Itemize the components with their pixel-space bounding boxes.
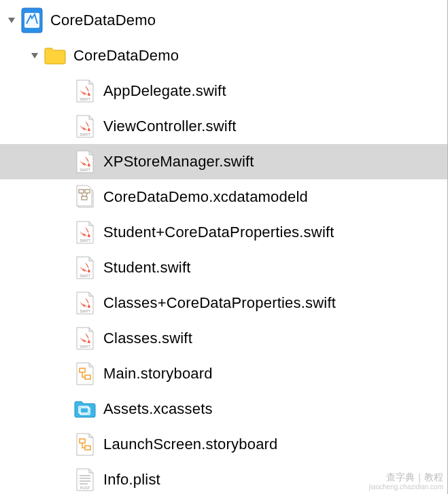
tree-row-file[interactable]: SWIFT Student+CoreDataProperties.swift [0,215,447,250]
svg-text:SWIFT: SWIFT [80,168,90,172]
xcode-project-icon [20,7,44,34]
svg-text:SWIFT: SWIFT [80,133,90,137]
tree-item-label: LaunchScreen.storyboard [103,436,278,453]
tree-item-label: XPStoreManager.swift [103,153,254,171]
tree-row-file[interactable]: PLIST Info.plist [0,462,447,494]
storyboard-file-icon [73,360,97,387]
tree-item-label: Assets.xcassets [103,400,213,418]
tree-row-file[interactable]: Assets.xcassets [0,391,447,427]
swift-file-icon: SWIFT [73,77,97,105]
disclosure-triangle-icon[interactable] [5,14,18,27]
tree-row-file[interactable]: SWIFT ViewController.swift [0,109,447,144]
tree-item-label: AppDelegate.swift [103,82,226,100]
tree-item-label: Info.plist [103,471,160,489]
tree-item-label: Classes.swift [103,330,192,347]
swift-file-icon: SWIFT [73,289,97,317]
svg-text:SWIFT: SWIFT [80,239,90,243]
swift-file-icon: SWIFT [73,219,97,246]
plist-file-icon: PLIST [73,466,97,493]
tree-item-label: ViewController.swift [103,118,237,135]
tree-row-folder[interactable]: CoreDataDemo [0,38,447,73]
storyboard-file-icon [73,431,97,458]
datamodel-file-icon [73,183,97,211]
svg-text:SWIFT: SWIFT [80,274,90,278]
tree-row-file[interactable]: SWIFT Classes+CoreDataProperties.swift [0,285,447,321]
project-navigator: CoreDataDemo CoreDataDemo SWIFT AppDeleg… [0,0,447,494]
svg-marker-0 [8,18,15,23]
svg-text:SWIFT: SWIFT [80,345,90,349]
swift-file-icon: SWIFT [73,148,97,175]
swift-file-icon: SWIFT [73,113,97,140]
svg-marker-3 [31,53,38,58]
tree-item-label: Classes+CoreDataProperties.swift [103,294,336,312]
swift-file-icon: SWIFT [73,325,97,352]
svg-text:SWIFT: SWIFT [80,97,90,101]
tree-row-file[interactable]: LaunchScreen.storyboard [0,427,447,462]
tree-item-label: CoreDataDemo [73,47,179,65]
folder-icon [44,42,67,69]
svg-rect-2 [24,13,39,28]
tree-row-project-root[interactable]: CoreDataDemo [0,3,447,38]
disclosure-triangle-icon[interactable] [29,50,41,62]
svg-text:SWIFT: SWIFT [80,309,90,313]
tree-row-file[interactable]: Main.storyboard [0,356,447,391]
tree-item-label: Main.storyboard [103,365,213,383]
tree-row-file-selected[interactable]: SWIFT XPStoreManager.swift [0,144,447,179]
tree-item-label: CoreDataDemo [50,12,156,29]
tree-item-label: Student.swift [103,259,191,277]
tree-row-file[interactable]: SWIFT Student.swift [0,250,447,285]
tree-row-file[interactable]: SWIFT AppDelegate.swift [0,73,447,109]
assets-folder-icon [73,395,97,423]
swift-file-icon: SWIFT [73,254,97,281]
tree-row-file[interactable]: CoreDataDemo.xcdatamodeld [0,179,447,215]
tree-row-file[interactable]: SWIFT Classes.swift [0,321,447,356]
svg-text:PLIST: PLIST [80,486,90,490]
tree-item-label: Student+CoreDataProperties.swift [103,224,334,241]
tree-item-label: CoreDataDemo.xcdatamodeld [103,188,308,206]
